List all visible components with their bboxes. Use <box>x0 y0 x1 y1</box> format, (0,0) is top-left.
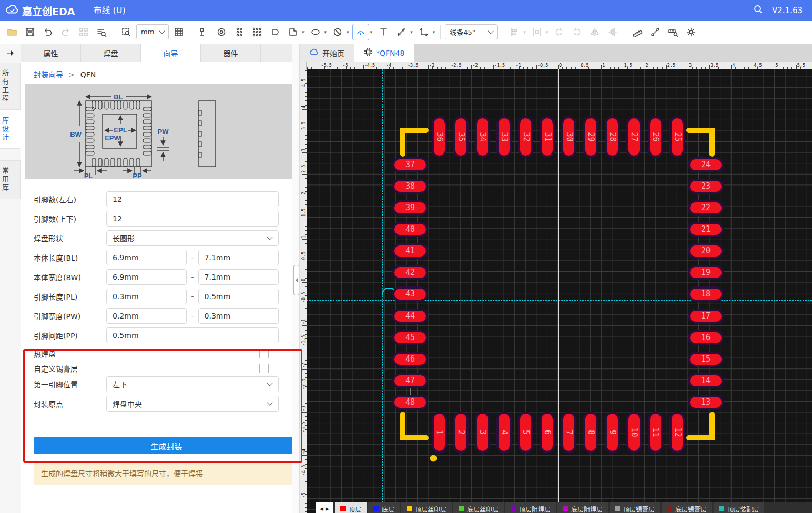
pad-d-shape-icon[interactable] <box>267 24 283 40</box>
form-input-0[interactable]: 12 <box>106 191 279 207</box>
pad[interactable]: 4 <box>496 412 512 453</box>
generate-footprint-button[interactable]: 生成封装 <box>34 437 299 454</box>
ruler-find-icon[interactable] <box>665 24 681 40</box>
panel-tab-0[interactable]: 属性 <box>21 44 81 62</box>
pad-array-icon[interactable] <box>231 24 247 40</box>
dimension-icon[interactable] <box>416 24 432 40</box>
pad[interactable]: 18 <box>688 286 724 302</box>
line-mode-select[interactable]: 线条45° <box>445 24 498 39</box>
layer-chip-0[interactable]: 顶层 <box>335 502 367 513</box>
form-input-6-max[interactable]: 0.3mm <box>198 308 279 324</box>
distance-measure-icon[interactable] <box>647 24 663 40</box>
undo-icon[interactable] <box>40 24 56 40</box>
pad[interactable]: 35 <box>453 116 469 158</box>
rail-tab-1[interactable]: 库设计 <box>0 110 21 149</box>
open-folder-icon[interactable] <box>4 24 20 40</box>
doc-tab-1[interactable]: *QFN48 <box>354 44 414 62</box>
panel-tab-3[interactable]: 器件 <box>201 44 261 62</box>
pad[interactable]: 46 <box>392 352 428 367</box>
pad[interactable]: 23 <box>688 179 724 194</box>
pad[interactable]: 42 <box>392 265 428 280</box>
ruler-icon[interactable] <box>630 24 645 40</box>
rail-tab-0[interactable]: 所有工程 <box>0 63 21 110</box>
layer-chip-3[interactable]: 底层丝印层 <box>453 502 504 513</box>
pad[interactable]: 14 <box>688 373 724 388</box>
panel-splitter[interactable] <box>292 44 300 513</box>
chevron-down-icon[interactable]: ▾ <box>347 29 349 35</box>
pad[interactable]: 10 <box>626 412 642 453</box>
marquee-zoom-icon[interactable] <box>118 24 134 40</box>
chevron-down-icon[interactable]: ▾ <box>370 29 373 35</box>
pin-panel-icon[interactable] <box>0 44 21 63</box>
settings-gear-icon[interactable] <box>683 24 699 40</box>
form-input-4-min[interactable]: 6.9mm <box>106 269 187 285</box>
text-icon[interactable] <box>375 24 391 40</box>
form-input-7[interactable]: 0.5mm <box>106 327 279 343</box>
layer-chip-5[interactable]: 底层阻焊层 <box>557 502 608 513</box>
keepout-icon[interactable] <box>330 24 346 40</box>
pad[interactable]: 34 <box>475 116 490 158</box>
form-select-10[interactable]: 左下 <box>106 376 279 392</box>
splitter-handle[interactable] <box>293 265 299 295</box>
chevron-down-icon[interactable]: ▾ <box>433 29 435 35</box>
pad[interactable]: 8 <box>583 412 598 453</box>
pad[interactable]: 43 <box>392 286 428 302</box>
pad[interactable]: 31 <box>540 116 555 158</box>
grid-settings-icon[interactable] <box>171 24 187 40</box>
measure-icon[interactable] <box>393 24 409 40</box>
menu-item-4[interactable]: 布线 (U) <box>84 0 135 21</box>
pad[interactable]: 1 <box>432 412 447 453</box>
pad[interactable]: 29 <box>583 116 598 158</box>
form-select-11[interactable]: 焊盘中央 <box>106 396 279 412</box>
form-checkbox-8[interactable] <box>259 349 269 358</box>
pcb-canvas[interactable]: 3635343332313029282726251234567891011123… <box>307 69 812 513</box>
panel-tab-1[interactable]: 焊盘 <box>81 44 141 62</box>
save-icon[interactable] <box>22 24 38 40</box>
pad[interactable]: 39 <box>392 200 428 216</box>
form-input-5-max[interactable]: 0.5mm <box>198 289 279 304</box>
form-input-3-max[interactable]: 7.1mm <box>198 250 279 265</box>
find-similar-icon[interactable] <box>94 24 109 40</box>
pad[interactable]: 30 <box>561 116 576 158</box>
oval-icon[interactable] <box>308 24 323 40</box>
form-input-5-min[interactable]: 0.3mm <box>106 289 187 304</box>
pad[interactable]: 13 <box>688 395 724 410</box>
search-icon[interactable] <box>753 4 764 17</box>
pad[interactable]: 7 <box>561 412 576 453</box>
pad[interactable]: 22 <box>688 200 724 216</box>
pad[interactable]: 20 <box>688 243 724 259</box>
pad[interactable]: 11 <box>648 412 663 453</box>
layer-next-icon[interactable]: ▶ <box>326 506 329 511</box>
form-input-6-min[interactable]: 0.2mm <box>106 308 187 324</box>
pad[interactable]: 37 <box>392 157 428 172</box>
origin-pin-icon[interactable] <box>196 24 211 40</box>
pad-matrix-icon[interactable] <box>249 24 265 40</box>
pad[interactable]: 16 <box>688 330 724 345</box>
pad[interactable]: 26 <box>648 116 663 158</box>
doc-tab-0[interactable]: 开始页 <box>300 44 354 62</box>
form-input-4-max[interactable]: 7.1mm <box>198 269 279 285</box>
via-icon[interactable] <box>214 24 229 40</box>
form-select-2[interactable]: 长圆形 <box>106 230 279 246</box>
form-input-3-min[interactable]: 6.9mm <box>106 250 187 265</box>
pad[interactable]: 28 <box>605 116 620 158</box>
layer-chip-2[interactable]: 顶层丝印层 <box>401 502 452 513</box>
pad[interactable]: 6 <box>540 412 555 453</box>
rail-tab-2[interactable]: 常用库 <box>0 160 21 199</box>
pad[interactable]: 19 <box>688 265 724 280</box>
pad[interactable]: 38 <box>392 179 428 194</box>
pad[interactable]: 47 <box>392 373 428 388</box>
pad[interactable]: 45 <box>392 330 428 345</box>
pad[interactable]: 36 <box>432 116 447 158</box>
polygon-icon[interactable] <box>285 24 301 40</box>
chevron-down-icon[interactable]: ▾ <box>324 29 327 35</box>
chevron-down-icon[interactable]: ▾ <box>302 29 304 35</box>
layer-chip-1[interactable]: 底层 <box>368 502 400 513</box>
layer-chip-6[interactable]: 顶层锡膏层 <box>610 502 660 513</box>
pad[interactable]: 5 <box>518 412 533 453</box>
arc-icon[interactable] <box>352 24 369 40</box>
layer-prev-icon[interactable]: ◀ <box>320 506 323 511</box>
pad[interactable]: 27 <box>626 116 642 158</box>
pad[interactable]: 25 <box>669 116 685 158</box>
layer-chip-8[interactable]: 顶层装配层 <box>714 502 764 513</box>
